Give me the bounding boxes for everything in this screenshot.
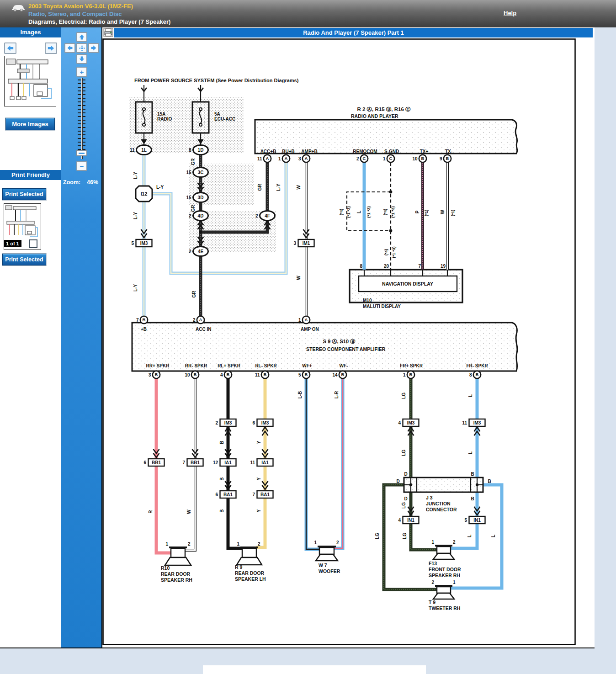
svg-text:11: 11 [462, 420, 467, 425]
svg-text:4E: 4E [198, 249, 204, 254]
svg-text:(*4): (*4) [339, 209, 344, 216]
svg-text:C: C [363, 156, 366, 161]
svg-text:19: 19 [441, 264, 446, 269]
vehicle-title: 2003 Toyota Avalon V6-3.0L (1MZ-FE) [28, 3, 133, 10]
svg-text:(*1): (*1) [424, 210, 429, 217]
svg-text:(*1 *3): (*1 *3) [391, 206, 395, 218]
svg-text:I12: I12 [141, 191, 148, 196]
svg-text:SPEAKER LH: SPEAKER LH [235, 576, 266, 582]
svg-text:1L: 1L [141, 148, 147, 153]
svg-text:2: 2 [189, 213, 191, 218]
print-icon[interactable] [103, 28, 113, 37]
print-selected-button-top[interactable]: Print Selected [2, 188, 46, 200]
thumbnail-mini-diagram [5, 56, 55, 105]
svg-text:IM3: IM3 [261, 420, 269, 425]
svg-text:SPEAKER RH: SPEAKER RH [161, 577, 192, 583]
svg-text:RL+ SPKR: RL+ SPKR [218, 363, 241, 368]
svg-text:L: L [468, 451, 473, 454]
svg-text:T 9: T 9 [429, 600, 435, 605]
page-indicator: 1 of 1 [4, 240, 21, 247]
svg-text:1: 1 [431, 540, 434, 545]
svg-text:4D: 4D [198, 213, 204, 218]
zoom-slider-track [81, 78, 83, 159]
pan-left-button[interactable] [64, 43, 75, 53]
images-sidebar: Images More Image [0, 27, 61, 648]
pan-down-button[interactable] [76, 54, 87, 64]
svg-text:BA1: BA1 [260, 492, 270, 497]
svg-text:R10: R10 [161, 565, 170, 571]
svg-text:L-Y: L-Y [133, 284, 138, 292]
diagram-thumbnail-preview[interactable] [4, 56, 56, 106]
arrow-right-icon [90, 45, 97, 51]
speaker-t9 [433, 586, 454, 599]
svg-text:B: B [194, 372, 197, 377]
svg-text:B: B [219, 440, 224, 444]
svg-text:L: L [467, 535, 472, 537]
svg-text:(*1 *3): (*1 *3) [392, 246, 396, 258]
svg-text:AMP+B: AMP+B [301, 149, 317, 154]
svg-text:A: A [305, 317, 308, 322]
svg-text:2: 2 [189, 249, 191, 254]
svg-text:B: B [227, 372, 230, 377]
zoom-value: 46% [87, 179, 98, 186]
svg-text:RL- SPKR: RL- SPKR [255, 363, 277, 368]
svg-text:8: 8 [189, 148, 191, 153]
diagram-viewer-panel: Radio And Player (7 Speaker) Part 1 [101, 27, 595, 648]
svg-text:L-Y: L-Y [133, 172, 138, 179]
svg-text:15: 15 [186, 170, 191, 175]
zoom-in-button[interactable]: + [76, 67, 87, 77]
svg-text:A: A [285, 156, 288, 161]
pan-center-button[interactable] [76, 43, 87, 53]
svg-text:10: 10 [412, 156, 418, 161]
svg-text:FRONT DOOR: FRONT DOOR [429, 567, 461, 572]
svg-text:RR+ SPKR: RR+ SPKR [146, 363, 170, 368]
svg-text:2: 2 [356, 156, 359, 161]
svg-text:A: A [199, 317, 202, 322]
svg-text:+B: +B [141, 327, 147, 332]
svg-text:BB1: BB1 [191, 460, 200, 465]
print-selected-button-bottom[interactable]: Print Selected [2, 254, 46, 265]
svg-text:L-Y: L-Y [133, 212, 138, 219]
svg-text:3: 3 [149, 372, 151, 377]
svg-text:J 3: J 3 [426, 495, 433, 500]
svg-text:W 7: W 7 [319, 563, 327, 568]
svg-text:IM1: IM1 [303, 241, 310, 246]
print-friendly-header: Print Friendly [0, 170, 61, 180]
svg-text:BU+B: BU+B [282, 149, 295, 154]
svg-text:W: W [186, 509, 191, 514]
svg-text:D: D [404, 472, 407, 477]
next-image-button[interactable] [45, 42, 57, 54]
svg-text:(*4): (*4) [383, 209, 388, 216]
pan-right-button[interactable] [88, 43, 99, 53]
svg-text:C: C [389, 156, 393, 161]
svg-text:11: 11 [257, 156, 262, 161]
svg-text:3: 3 [293, 241, 296, 246]
svg-text:R: R [148, 510, 153, 514]
help-link[interactable]: Help [504, 10, 516, 16]
svg-text:LG: LG [375, 533, 380, 539]
svg-text:GR: GR [257, 184, 262, 191]
svg-text:(*1 *3): (*1 *3) [346, 206, 351, 218]
svg-text:BA1: BA1 [223, 492, 233, 497]
svg-text:CONNECTOR: CONNECTOR [426, 507, 457, 512]
svg-text:B: B [409, 372, 413, 377]
svg-text:STEREO COMPONENT AMPLIFIER: STEREO COMPONENT AMPLIFIER [306, 346, 386, 352]
svg-text:LG: LG [401, 502, 406, 509]
more-images-button[interactable]: More Images [5, 118, 55, 130]
zoom-out-button[interactable]: − [76, 161, 87, 171]
svg-text:5: 5 [464, 518, 467, 523]
svg-text:RADIO AND PLAYER: RADIO AND PLAYER [351, 113, 398, 119]
svg-text:B: B [488, 479, 491, 484]
zoom-slider-handle[interactable] [76, 150, 87, 156]
print-page-checkbox[interactable] [29, 239, 37, 248]
svg-text:B: B [264, 372, 267, 377]
svg-text:D: D [404, 496, 407, 501]
app-header: 2003 Toyota Avalon V6-3.0L (1MZ-FE) Radi… [0, 0, 616, 27]
svg-text:2: 2 [255, 213, 258, 218]
svg-text:BB1: BB1 [152, 460, 161, 465]
svg-text:TX+: TX+ [420, 149, 429, 154]
svg-text:1: 1 [165, 541, 168, 547]
svg-text:11: 11 [250, 460, 255, 465]
prev-image-button[interactable] [4, 42, 16, 54]
pan-up-button[interactable] [76, 32, 87, 42]
